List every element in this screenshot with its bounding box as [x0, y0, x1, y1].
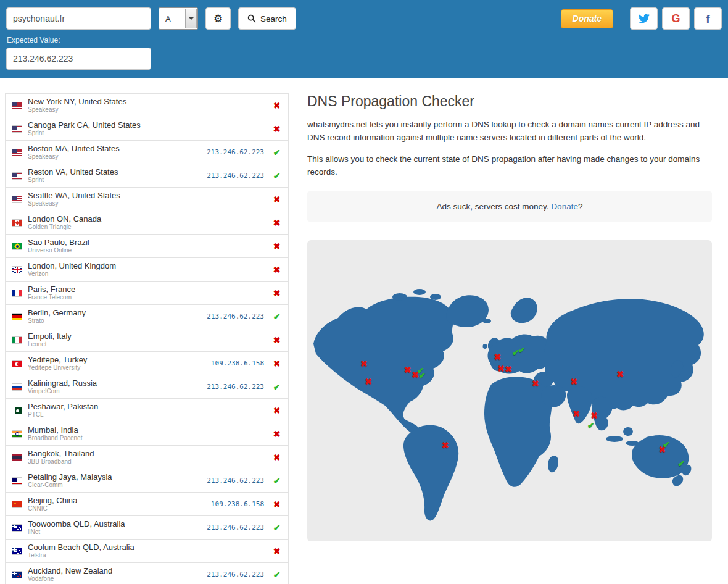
result-row[interactable]: Petaling Jaya, Malaysia Clear-Comm 213.2…: [6, 469, 288, 493]
server-location: Beijing, China: [28, 496, 211, 505]
result-row[interactable]: Empoli, Italy Leonet ✖: [6, 328, 288, 352]
world-map: ✖✖✖✖✔✔✖✖✖✖✔✔✖✖✖✖✔✖✖✔✔: [307, 240, 712, 541]
in-flag-icon: [12, 430, 22, 438]
status-fail-icon: ✖: [271, 219, 282, 227]
result-row[interactable]: London, United Kingdom Verizon ✖: [6, 258, 288, 282]
cn-flag-icon: [12, 501, 22, 508]
server-location: Mumbai, India: [28, 425, 264, 435]
result-row[interactable]: Auckland, New Zealand Vodafone 213.246.6…: [6, 563, 288, 584]
result-row[interactable]: Berlin, Germany Strato 213.246.62.223 ✔: [6, 305, 288, 328]
server-provider: iiNet: [28, 528, 207, 536]
resolved-ip: 213.246.62.223: [207, 172, 264, 180]
result-row[interactable]: Sao Paulo, Brazil Universo Online ✖: [6, 235, 288, 258]
server-info: Kaliningrad, Russia VimpelCom: [28, 378, 207, 395]
result-row[interactable]: London ON, Canada Golden Triangle ✖: [6, 211, 288, 235]
server-info: Auckland, New Zealand Vodafone: [28, 566, 207, 583]
status-fail-icon: ✖: [271, 500, 282, 509]
server-provider: Sprint: [28, 130, 264, 137]
server-location: Yeditepe, Turkey: [28, 355, 211, 364]
br-flag-icon: [12, 243, 22, 250]
server-location: Peshawar, Pakistan: [28, 402, 264, 411]
result-row[interactable]: Reston VA, United States Sprint 213.246.…: [6, 164, 288, 188]
gb-flag-icon: [12, 266, 22, 273]
donate-link[interactable]: Donate: [551, 202, 578, 211]
server-info: Empoli, Italy Leonet: [28, 332, 264, 348]
server-info: London, United Kingdom Verizon: [28, 261, 264, 278]
result-row[interactable]: Bangkok, Thailand 3BB Broadband ✖: [6, 446, 288, 469]
search-button-label: Search: [260, 14, 287, 23]
expected-value-label: Expected Value:: [7, 36, 722, 44]
server-location: Berlin, Germany: [28, 308, 207, 317]
resolved-ip: 109.238.6.158: [211, 359, 264, 367]
result-row[interactable]: Seattle WA, United States Speakeasy ✖: [6, 188, 288, 211]
nz-flag-icon: [12, 571, 22, 578]
twitter-button[interactable]: [630, 7, 658, 30]
result-row[interactable]: New York NY, United States Speakeasy ✖: [6, 94, 288, 117]
au-flag-icon: [12, 524, 22, 532]
server-provider: 3BB Broadband: [28, 458, 264, 465]
server-info: Boston MA, United States Speakeasy: [28, 144, 207, 161]
server-provider: Strato: [28, 317, 207, 325]
header: A ⚙ Search Donate G f Expected Value:: [0, 0, 728, 78]
facebook-icon: f: [706, 13, 709, 25]
facebook-button[interactable]: f: [694, 7, 722, 30]
it-flag-icon: [12, 336, 22, 344]
resolved-ip: 109.238.6.158: [211, 500, 264, 508]
us-flag-icon: [12, 196, 22, 203]
server-provider: Universo Online: [28, 247, 264, 254]
donate-button[interactable]: Donate: [561, 9, 613, 28]
server-provider: VimpelCom: [28, 388, 207, 395]
server-provider: Telstra: [28, 552, 264, 559]
result-row[interactable]: Kaliningrad, Russia VimpelCom 213.246.62…: [6, 375, 288, 399]
resolved-ip: 213.246.62.223: [207, 148, 264, 156]
server-provider: Yeditepe University: [28, 364, 211, 372]
status-fail-icon: ✖: [271, 430, 282, 438]
search-icon: [247, 14, 256, 23]
server-provider: Vodafone: [28, 575, 207, 583]
result-row[interactable]: Toowoomba QLD, Australia iiNet 213.246.6…: [6, 516, 288, 540]
donation-suffix: ?: [578, 202, 583, 211]
server-location: New York NY, United States: [28, 97, 264, 106]
options-button[interactable]: ⚙: [205, 7, 231, 30]
result-row[interactable]: Yeditepe, Turkey Yeditepe University 109…: [6, 352, 288, 375]
server-info: Reston VA, United States Sprint: [28, 167, 207, 184]
us-flag-icon: [12, 172, 22, 180]
resolved-ip: 213.246.62.223: [207, 477, 264, 485]
search-button[interactable]: Search: [238, 7, 296, 30]
status-fail-icon: ✖: [271, 406, 282, 415]
google-button[interactable]: G: [662, 7, 690, 30]
expected-value-input[interactable]: [6, 48, 151, 70]
status-fail-icon: ✖: [271, 336, 282, 344]
result-row[interactable]: Beijing, China CNNIC 109.238.6.158 ✖: [6, 493, 288, 516]
server-provider: PTCL: [28, 411, 264, 419]
result-row[interactable]: Boston MA, United States Speakeasy 213.2…: [6, 141, 288, 164]
result-row[interactable]: Canoga Park CA, United States Sprint ✖: [6, 117, 288, 141]
server-provider: Golden Triangle: [28, 223, 264, 231]
tr-flag-icon: [12, 360, 22, 367]
server-provider: Speakeasy: [28, 153, 207, 161]
server-location: Paris, France: [28, 285, 264, 294]
server-location: Empoli, Italy: [28, 332, 264, 341]
status-ok-icon: ✔: [271, 172, 282, 180]
server-provider: Leonet: [28, 341, 264, 348]
status-ok-icon: ✔: [271, 570, 282, 579]
twitter-icon: [639, 13, 650, 24]
result-row[interactable]: Coolum Beach QLD, Australia Telstra ✖: [6, 540, 288, 563]
result-row[interactable]: Mumbai, India Broadband Pacenet ✖: [6, 422, 288, 446]
resolved-ip: 213.246.62.223: [207, 383, 264, 391]
result-row[interactable]: Peshawar, Pakistan PTCL ✖: [6, 399, 288, 422]
server-info: London ON, Canada Golden Triangle: [28, 214, 264, 231]
status-fail-icon: ✖: [271, 195, 282, 204]
world-map-graphic: [307, 240, 712, 541]
domain-input[interactable]: [6, 7, 151, 30]
server-info: Mumbai, India Broadband Pacenet: [28, 425, 264, 442]
result-row[interactable]: Paris, France France Telecom ✖: [6, 282, 288, 305]
google-icon: G: [671, 13, 680, 24]
status-fail-icon: ✖: [271, 547, 282, 556]
record-type-select-wrap: A: [159, 7, 198, 30]
server-location: Kaliningrad, Russia: [28, 378, 207, 388]
ru-flag-icon: [12, 383, 22, 391]
status-ok-icon: ✔: [271, 312, 282, 321]
server-info: Bangkok, Thailand 3BB Broadband: [28, 449, 264, 465]
record-type-select[interactable]: A: [159, 7, 198, 30]
